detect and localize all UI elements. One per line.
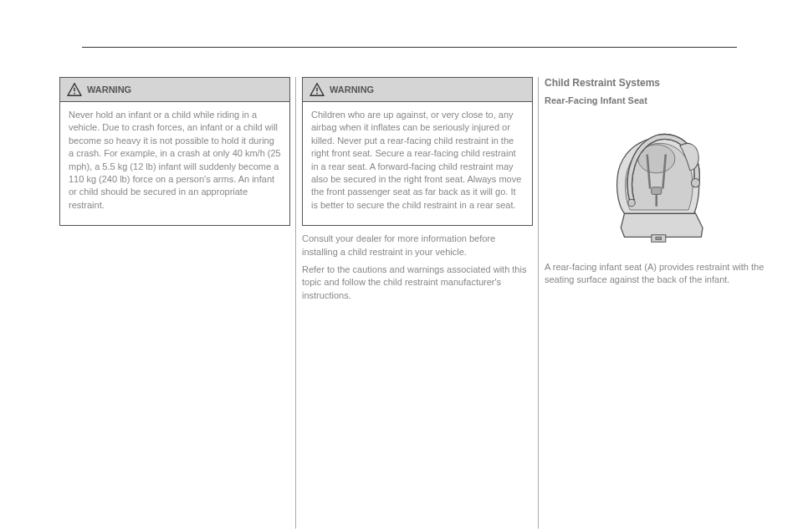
- warning-box-1: WARNING Never hold an infant or a child …: [59, 77, 290, 226]
- section-heading: Child Restraint Systems: [545, 77, 775, 89]
- column3-body: A rear-facing infant seat (A) provides r…: [545, 261, 775, 287]
- warning2-p1: Children who are up against, or very clo…: [311, 109, 524, 212]
- warning-header-1: WARNING: [60, 78, 289, 102]
- warning-box-2: WARNING Children who are up against, or …: [302, 77, 533, 226]
- column-3: Child Restraint Systems Rear-Facing Infa…: [539, 77, 781, 307]
- warning1-p1: Never hold an infant or a child while ri…: [69, 109, 281, 212]
- column-1: WARNING Never hold an infant or a child …: [54, 77, 296, 307]
- warning-body-2: Children who are up against, or very clo…: [303, 102, 532, 225]
- column3-content: Child Restraint Systems Rear-Facing Infa…: [545, 77, 775, 287]
- svg-rect-6: [652, 187, 662, 195]
- warning-label-2: WARNING: [330, 84, 374, 95]
- column2-body: Consult your dealer for more information…: [302, 233, 533, 302]
- col3-body-p1: A rear-facing infant seat (A) provides r…: [545, 261, 775, 287]
- svg-point-8: [628, 199, 636, 207]
- warning-header-2: WARNING: [303, 78, 532, 102]
- warning-label-1: WARNING: [87, 84, 131, 95]
- car-seat-illustration: [589, 110, 731, 253]
- svg-rect-4: [656, 237, 662, 239]
- horizontal-rule: [82, 47, 737, 48]
- warning-body-1: Never hold an infant or a child while ri…: [60, 102, 289, 225]
- svg-point-7: [691, 179, 699, 187]
- warning-triangle-icon: [67, 83, 82, 96]
- column-2: WARNING Children who are up against, or …: [296, 77, 539, 307]
- page-columns: WARNING Never hold an infant or a child …: [54, 77, 781, 307]
- svg-point-3: [316, 93, 318, 95]
- col2-p2: Refer to the cautions and warnings assoc…: [302, 263, 533, 302]
- svg-point-1: [74, 93, 75, 95]
- section-subheading: Rear-Facing Infant Seat: [545, 95, 775, 105]
- warning-triangle-icon: [309, 83, 325, 96]
- col2-p1: Consult your dealer for more information…: [302, 233, 533, 258]
